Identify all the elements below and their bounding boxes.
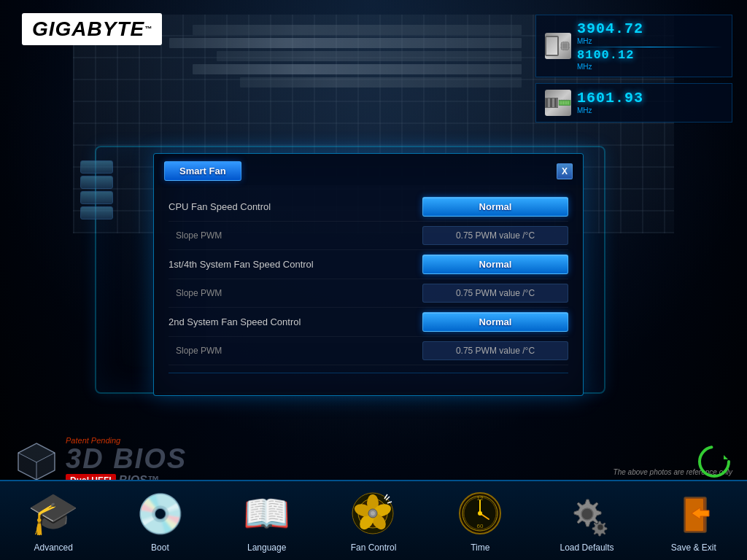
trademark: ™ xyxy=(144,25,152,33)
slope-pwm-3-button[interactable]: 0.75 PWM value /°C xyxy=(422,341,568,360)
advanced-icon: 🎓 xyxy=(27,487,80,540)
nav-load-defaults[interactable]: Load Defaults xyxy=(540,487,635,553)
system-fan-1-value: Normal xyxy=(422,254,568,274)
fan-control-icon xyxy=(347,487,400,540)
connector-2 xyxy=(80,176,113,189)
ram-freq-container: 1601.93MHz xyxy=(535,83,732,122)
svg-point-54 xyxy=(597,524,603,530)
system-fan-1-normal-button[interactable]: Normal xyxy=(422,254,568,274)
slope-pwm-2-label: Slope PWM xyxy=(169,288,222,298)
slope-pwm-3-label: Slope PWM xyxy=(169,346,222,356)
bottom-navigation: 🎓 Advanced 💿 Boot 📖 Language xyxy=(0,480,747,560)
system-fan-1-row: 1st/4th System Fan Speed Control Normal xyxy=(169,250,568,279)
svg-text:60: 60 xyxy=(476,523,483,529)
cpu-fan-value: Normal xyxy=(422,197,568,217)
slot-5 xyxy=(240,77,522,88)
cpu-icon xyxy=(545,33,571,59)
slot-2 xyxy=(169,38,522,48)
cpu-freq-row-1: 3904.72MHz 8100.12MHz xyxy=(545,21,723,71)
gigabyte-logo: GIGABYTE™ xyxy=(22,13,162,45)
nav-exit-label: Save & Exit xyxy=(671,542,716,553)
svg-rect-20 xyxy=(568,101,568,104)
exit-icon xyxy=(667,487,720,540)
dialog-divider xyxy=(169,373,568,373)
cpu-fan-normal-button[interactable]: Normal xyxy=(422,197,568,217)
language-icon: 📖 xyxy=(241,487,293,540)
slope-pwm-2-row: Slope PWM 0.75 PWM value /°C xyxy=(169,279,568,308)
time-icon: 60 12 xyxy=(454,487,506,540)
dialog-header: Smart Fan X xyxy=(154,154,583,185)
cpu-freq-2-value: 8100.12 xyxy=(577,49,723,63)
ram-freq-unit: MHz xyxy=(577,106,643,114)
frequency-display: 3904.72MHz 8100.12MHz xyxy=(535,15,732,122)
nav-defaults-label: Load Defaults xyxy=(560,542,614,553)
nav-language-label: Language xyxy=(247,542,286,553)
svg-rect-15 xyxy=(560,101,560,104)
cpu-freq-1-value: 3904.72 xyxy=(577,21,723,37)
cpu-fan-row: CPU Fan Speed Control Normal xyxy=(169,192,568,222)
svg-point-31 xyxy=(700,447,729,476)
nav-boot[interactable]: 💿 Boot xyxy=(112,487,207,553)
system-fan-2-label: 2nd System Fan Speed Control xyxy=(169,316,301,327)
cpu-fan-label: CPU Fan Speed Control xyxy=(169,201,271,212)
ram-freq-row: 1601.93MHz xyxy=(545,90,723,116)
defaults-icon xyxy=(561,487,614,540)
connector-4 xyxy=(80,206,113,219)
cpu-freq-1-unit: MHz xyxy=(577,37,723,45)
cpu-freq-2-unit: MHz xyxy=(577,63,723,71)
freq-divider xyxy=(577,47,723,47)
nav-boot-label: Boot xyxy=(151,542,169,553)
svg-rect-1 xyxy=(562,43,568,48)
ram-freq-values: 1601.93MHz xyxy=(577,90,643,114)
system-fan-2-row: 2nd System Fan Speed Control Normal xyxy=(169,308,568,337)
svg-rect-17 xyxy=(563,101,564,104)
nav-time-label: Time xyxy=(471,542,489,553)
nav-time[interactable]: 60 12 Time xyxy=(433,487,527,553)
boot-icon: 💿 xyxy=(133,487,186,540)
ram-icon xyxy=(545,90,571,116)
system-fan-2-normal-button[interactable]: Normal xyxy=(422,312,568,332)
svg-marker-32 xyxy=(724,455,728,459)
svg-point-53 xyxy=(581,508,593,520)
svg-point-50 xyxy=(478,511,482,516)
cpu-freq-values: 3904.72MHz 8100.12MHz xyxy=(577,21,723,71)
nav-language[interactable]: 📖 Language xyxy=(220,487,314,553)
slope-pwm-1-button[interactable]: 0.75 PWM value /°C xyxy=(422,226,568,245)
svg-text:12: 12 xyxy=(476,495,483,502)
slot-4 xyxy=(193,64,522,74)
slope-pwm-1-row: Slope PWM 0.75 PWM value /°C xyxy=(169,222,568,250)
smart-fan-dialog: Smart Fan X CPU Fan Speed Control Normal… xyxy=(153,153,584,396)
slope-pwm-1-value: 0.75 PWM value /°C xyxy=(422,226,568,245)
svg-rect-19 xyxy=(566,101,567,104)
slope-pwm-3-value: 0.75 PWM value /°C xyxy=(422,341,568,360)
cube-icon xyxy=(15,440,58,483)
slope-pwm-2-value: 0.75 PWM value /°C xyxy=(422,284,568,303)
smart-fan-tab[interactable]: Smart Fan xyxy=(164,161,241,181)
system-fan-2-value: Normal xyxy=(422,312,568,332)
svg-point-41 xyxy=(371,511,375,516)
slot-3 xyxy=(217,51,522,61)
dialog-close-button[interactable]: X xyxy=(557,163,573,179)
brand-name: GIGABYTE xyxy=(32,18,144,40)
nav-fan-control[interactable]: Fan Control xyxy=(326,487,421,553)
threed-bios-text: 3D BIOS xyxy=(66,445,187,472)
cpu-freq-container: 3904.72MHz 8100.12MHz xyxy=(535,15,732,77)
system-fan-1-label: 1st/4th System Fan Speed Control xyxy=(169,259,314,270)
nav-fan-label: Fan Control xyxy=(351,542,397,553)
connector-3 xyxy=(80,191,113,204)
refresh-icon-area[interactable] xyxy=(696,443,732,480)
slope-pwm-1-label: Slope PWM xyxy=(169,230,222,241)
nav-advanced-label: Advanced xyxy=(34,542,72,553)
svg-rect-18 xyxy=(565,101,565,104)
nav-save-exit[interactable]: Save & Exit xyxy=(646,487,741,553)
slot-1 xyxy=(193,25,522,35)
left-connectors xyxy=(80,160,117,219)
slope-pwm-3-row: Slope PWM 0.75 PWM value /°C xyxy=(169,337,568,365)
nav-advanced[interactable]: 🎓 Advanced xyxy=(6,487,101,553)
svg-rect-16 xyxy=(561,101,562,104)
connector-1 xyxy=(80,160,113,174)
dialog-body: CPU Fan Speed Control Normal Slope PWM 0… xyxy=(154,185,583,395)
slope-pwm-2-button[interactable]: 0.75 PWM value /°C xyxy=(422,284,568,303)
ram-freq-value: 1601.93 xyxy=(577,90,643,106)
